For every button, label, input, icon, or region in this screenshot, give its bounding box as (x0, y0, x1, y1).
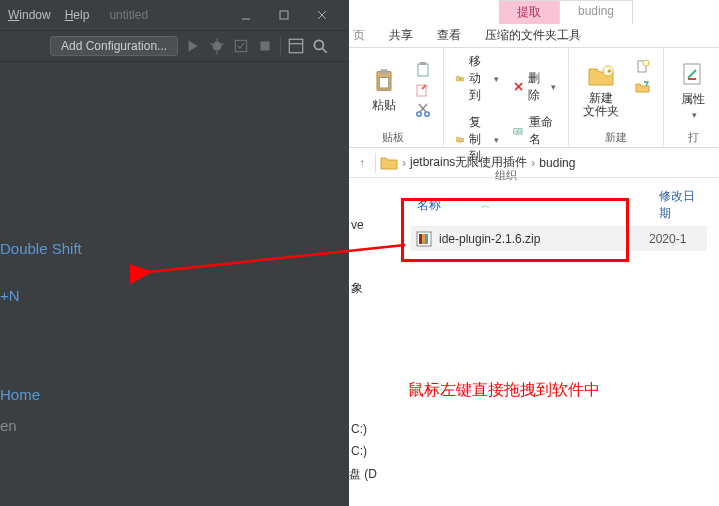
svg-rect-19 (418, 64, 428, 76)
easy-access-icon[interactable] (631, 78, 655, 96)
rename-icon: ab (513, 123, 525, 139)
paste-icon (370, 67, 398, 95)
annotation-text: 鼠标左键直接拖拽到软件中 (408, 380, 600, 401)
debug-icon[interactable] (208, 37, 226, 55)
ribbon-group-clipboard: 粘贴 贴板 (349, 48, 444, 147)
new-folder-button[interactable]: ✦ 新建 文件夹 (577, 52, 625, 128)
coverage-icon[interactable] (232, 37, 250, 55)
close-button[interactable] (303, 0, 341, 30)
properties-label: 属性 (681, 91, 705, 108)
menu-view[interactable]: 查看 (425, 27, 473, 44)
paste-label: 粘贴 (372, 97, 396, 114)
menu-window[interactable]: Window (8, 8, 51, 22)
breadcrumb-seg-2[interactable]: buding (539, 156, 575, 170)
svg-rect-12 (289, 39, 303, 53)
delete-button[interactable]: 删除▾ (509, 69, 560, 105)
clipboard-edge (351, 52, 357, 128)
ribbon-group-open: 属性 ▾ 打 (664, 48, 719, 147)
chevron-down-icon: ▾ (692, 110, 697, 120)
ribbon-group-new: ✦ 新建 文件夹 新建 (569, 48, 664, 147)
move-to-button[interactable]: 移动到▾ (452, 52, 503, 105)
ide-title: untitled (109, 8, 148, 22)
svg-line-15 (322, 48, 327, 53)
menu-help[interactable]: Help (65, 8, 90, 22)
svg-point-5 (213, 42, 222, 51)
ide-panel: Window Help untitled Add Configuration..… (0, 0, 349, 506)
chevron-down-icon: ▾ (494, 74, 499, 84)
separator (280, 37, 281, 55)
paste-button[interactable]: 粘贴 (363, 52, 405, 128)
svg-point-23 (425, 112, 429, 116)
minimize-button[interactable] (227, 0, 265, 30)
column-date[interactable]: 修改日期 (653, 184, 707, 226)
properties-button[interactable]: 属性 ▾ (672, 52, 714, 128)
new-folder-label: 新建 文件夹 (583, 92, 619, 118)
tab-extract[interactable]: 提取 (499, 0, 560, 24)
chevron-down-icon: ▾ (551, 82, 556, 92)
svg-point-34 (643, 60, 649, 66)
en-hint: en (0, 411, 349, 440)
file-date: 2020-1 (649, 232, 703, 246)
svg-rect-17 (381, 69, 388, 74)
svg-marker-4 (189, 40, 198, 51)
maximize-button[interactable] (265, 0, 303, 30)
svg-rect-20 (420, 62, 426, 65)
ribbon-group-organize: 移动到▾ 复制到▾ 删除▾ ab 重命名 (444, 48, 569, 147)
run-icon[interactable] (184, 37, 202, 55)
nav-cut-c1: C:) (351, 422, 367, 436)
tab-buding[interactable]: buding (560, 0, 633, 24)
nav-cut-d: 盘 (D (349, 466, 377, 483)
svg-text:✦: ✦ (606, 67, 613, 76)
nav-cut-ve: ve (351, 218, 364, 232)
search-icon[interactable] (311, 37, 329, 55)
clipboard-prop-icon[interactable] (411, 61, 435, 79)
layout-icon[interactable] (287, 37, 305, 55)
up-button[interactable]: ↑ (353, 156, 371, 170)
cut-icon[interactable] (411, 101, 435, 119)
search-everywhere-hint: Double Shift (0, 232, 349, 265)
new-folder-icon: ✦ (587, 62, 615, 90)
nav-cut-c2: C:) (351, 444, 367, 458)
svg-point-14 (314, 40, 323, 49)
explorer-menu: 页 共享 查看 压缩的文件夹工具 (349, 24, 719, 48)
folder-icon (380, 154, 398, 172)
svg-rect-18 (379, 77, 388, 88)
svg-text:ab: ab (515, 128, 521, 134)
chevron-right-icon: › (402, 156, 406, 170)
home-hint: Home (0, 378, 349, 411)
svg-point-22 (417, 112, 421, 116)
breadcrumb-seg-1[interactable]: jetbrains无限使用插件 (410, 154, 527, 171)
svg-rect-1 (280, 11, 288, 19)
svg-line-24 (420, 104, 427, 112)
nav-cut-xiang: 象 (351, 280, 363, 297)
add-configuration-button[interactable]: Add Configuration... (50, 36, 178, 56)
svg-rect-26 (459, 139, 462, 141)
svg-line-25 (419, 104, 426, 112)
chevron-right-icon: › (531, 156, 535, 170)
move-to-icon (456, 71, 465, 87)
rename-button[interactable]: ab 重命名 (509, 113, 560, 149)
properties-icon (679, 61, 707, 89)
open-group-label: 打 (672, 128, 714, 145)
ide-body: Double Shift +N Home en (0, 62, 349, 440)
svg-rect-11 (261, 42, 270, 51)
clipboard-group-label: 贴板 (351, 128, 435, 145)
menu-zip-tools[interactable]: 压缩的文件夹工具 (473, 27, 593, 44)
clipboard-path-icon[interactable] (411, 81, 435, 99)
copy-to-icon (456, 132, 465, 148)
new-group-label: 新建 (577, 128, 655, 145)
ribbon: 粘贴 贴板 移动到▾ 复 (349, 48, 719, 148)
menu-share[interactable]: 共享 (377, 27, 425, 44)
new-item-icon[interactable] (631, 58, 655, 76)
ide-titlebar: Window Help untitled (0, 0, 349, 30)
annotation-highlight-box (401, 198, 629, 262)
new-hint: +N (0, 279, 349, 312)
stop-icon[interactable] (256, 37, 274, 55)
chevron-down-icon: ▾ (494, 135, 499, 145)
delete-icon (513, 79, 524, 95)
ide-toolbar: Add Configuration... (0, 30, 349, 62)
explorer-context-tabs: 提取 buding (349, 0, 719, 24)
menu-cut-left: 页 (349, 27, 377, 44)
